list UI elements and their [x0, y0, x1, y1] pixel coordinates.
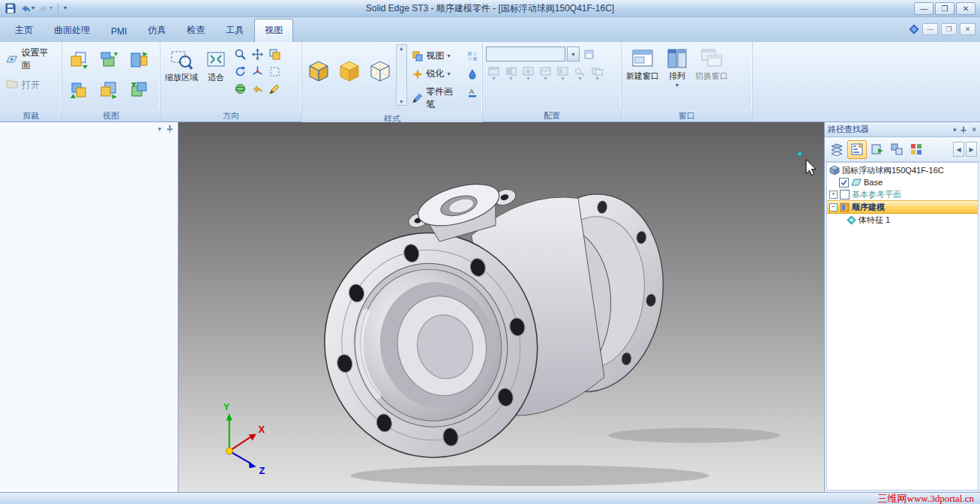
- document-minimize-button[interactable]: —: [922, 23, 938, 35]
- set-plane-button[interactable]: 设置平面: [2, 44, 59, 74]
- view-trimetric-button[interactable]: [124, 76, 153, 104]
- config-tool-3-button[interactable]: ▾: [520, 66, 536, 82]
- base-checkbox[interactable]: [839, 178, 849, 188]
- style-tiny-column: A: [465, 44, 480, 100]
- common-views-button[interactable]: [249, 63, 265, 80]
- fit-button[interactable]: 适合: [202, 44, 230, 83]
- style-wireframe-button[interactable]: [365, 47, 394, 94]
- tab-view[interactable]: 视图: [254, 19, 293, 42]
- tree-row-feature[interactable]: 体特征 1: [827, 214, 978, 226]
- tab-inspect[interactable]: 检查: [176, 19, 215, 42]
- named-views-button[interactable]: [266, 46, 283, 62]
- view-top-button[interactable]: [94, 46, 123, 74]
- zoom-button[interactable]: [232, 46, 248, 62]
- minimize-button[interactable]: —: [914, 2, 934, 15]
- spin-button[interactable]: [232, 80, 248, 97]
- open-clip-button[interactable]: 打开: [2, 76, 59, 94]
- previous-view-button[interactable]: [249, 80, 265, 97]
- named-views-icon: [268, 48, 281, 61]
- tab-simulation[interactable]: 仿真: [137, 19, 176, 42]
- ref-planes-expand-icon[interactable]: +: [829, 190, 838, 199]
- view-top-icon: [99, 50, 118, 70]
- close-button[interactable]: ✕: [956, 2, 976, 15]
- view-right-button[interactable]: [124, 46, 153, 74]
- zoom-area-button[interactable]: 缩放区域: [163, 44, 200, 83]
- save-icon: [4, 2, 16, 14]
- tab-home[interactable]: 主页: [4, 19, 43, 42]
- sharpen-button[interactable]: 锐化 ▾: [409, 66, 463, 82]
- ribbon-group-style: ▲ ▼ 视图 ▾ 锐化 ▾ 零件画笔: [302, 42, 483, 122]
- view-iso-button[interactable]: [64, 76, 93, 104]
- sharpen-dropdown-icon: ▾: [448, 71, 451, 77]
- ref-planes-checkbox[interactable]: [840, 190, 850, 200]
- text-color-button[interactable]: A: [465, 85, 480, 100]
- sketch-view-button[interactable]: [266, 80, 283, 97]
- quick-access-toolbar: ▾ ▾ ▾: [0, 2, 68, 15]
- graphics-viewport[interactable]: Y X Z: [178, 122, 824, 492]
- pathfinder-pin-icon[interactable]: [960, 126, 967, 134]
- tree-row-ordered[interactable]: − 顺序建模: [827, 200, 978, 214]
- config-tool-6-button[interactable]: ▾: [572, 66, 588, 82]
- pf-sensors-button[interactable]: [907, 141, 925, 158]
- pf-layers-button[interactable]: [828, 141, 846, 158]
- document-close-button[interactable]: ✕: [960, 23, 976, 35]
- tree-row-base[interactable]: Base: [827, 176, 978, 188]
- watermark-text: 三维网www.3dportal.cn: [878, 492, 980, 504]
- view-dimetric-button[interactable]: [94, 76, 123, 104]
- left-panel-pin-icon[interactable]: [166, 124, 174, 133]
- shaded-with-edges-icon: [306, 58, 331, 83]
- tab-pmi[interactable]: PMI: [100, 21, 137, 42]
- view-front-button[interactable]: [64, 46, 93, 74]
- rotate-button[interactable]: [232, 63, 248, 80]
- save-configuration-button[interactable]: [581, 46, 596, 62]
- config-tool-7-button[interactable]: ▾: [589, 66, 605, 82]
- switch-window-button[interactable]: 切换窗口: [693, 44, 730, 82]
- config-tool-5-button[interactable]: ▾: [555, 66, 571, 82]
- pathfinder-menu-icon[interactable]: ▾: [953, 126, 957, 134]
- style-shaded-edges-button[interactable]: [304, 47, 334, 94]
- pf-family-button[interactable]: [888, 141, 906, 158]
- config-tool-4-button[interactable]: ▾: [538, 66, 553, 82]
- style-gallery-scrollbar[interactable]: ▲ ▼: [396, 44, 407, 106]
- tab-surfacing[interactable]: 曲面处理: [43, 19, 100, 42]
- save-button[interactable]: [3, 2, 18, 15]
- pf-feature-library-button[interactable]: [868, 141, 886, 158]
- pathfinder-close-icon[interactable]: ✕: [971, 126, 977, 134]
- document-restore-button[interactable]: ❐: [941, 23, 957, 35]
- group-label-orientation: 方向: [160, 110, 301, 122]
- config-tool-1-button[interactable]: ▾: [486, 66, 502, 82]
- pf-pathfinder-button[interactable]: [847, 140, 867, 159]
- texture-button[interactable]: [465, 49, 480, 64]
- ordered-collapse-icon[interactable]: −: [829, 203, 838, 212]
- view-overrides-button[interactable]: 视图 ▾: [409, 48, 463, 64]
- configuration-combobox[interactable]: [486, 46, 565, 62]
- tree-row-root[interactable]: 国标浮动球阀150Q41F-16C: [827, 164, 978, 176]
- view-box-button[interactable]: [266, 63, 283, 80]
- selection-handle[interactable]: [798, 152, 802, 156]
- view-overrides-label: 视图: [427, 50, 445, 62]
- tab-tools[interactable]: 工具: [215, 19, 254, 42]
- pf-scroll-right-button[interactable]: ▶: [966, 142, 977, 157]
- config-tool-2-button[interactable]: ▾: [503, 66, 519, 82]
- undo-button[interactable]: ▾: [19, 2, 36, 15]
- spin-icon: [234, 82, 247, 95]
- maximize-button[interactable]: ❐: [935, 2, 955, 15]
- left-panel-menu-icon[interactable]: ▾: [157, 125, 161, 133]
- new-window-button[interactable]: 新建窗口: [624, 44, 661, 82]
- arrange-button[interactable]: 排列 ▾: [663, 44, 691, 89]
- water-drop-button[interactable]: [465, 67, 480, 82]
- tree-row-ref-planes[interactable]: + 基本参考平面: [827, 188, 978, 200]
- qat-customize-button[interactable]: ▾: [62, 2, 68, 15]
- zoom-area-label: 缩放区域: [165, 73, 198, 82]
- pf-scroll-left-button[interactable]: ◀: [953, 142, 964, 157]
- style-shaded-button[interactable]: [335, 47, 364, 94]
- configuration-combobox-caret[interactable]: ▾: [567, 46, 580, 62]
- left-panel-controls: ▾: [157, 124, 174, 133]
- redo-button[interactable]: ▾: [37, 2, 54, 15]
- help-icon[interactable]: [909, 24, 919, 34]
- view-right-icon: [129, 50, 148, 70]
- pan-button[interactable]: [249, 46, 265, 62]
- part-painter-button[interactable]: 零件画笔: [409, 84, 463, 112]
- x-axis-label: X: [259, 424, 265, 435]
- document-window-controls: — ❐ ✕: [909, 23, 976, 35]
